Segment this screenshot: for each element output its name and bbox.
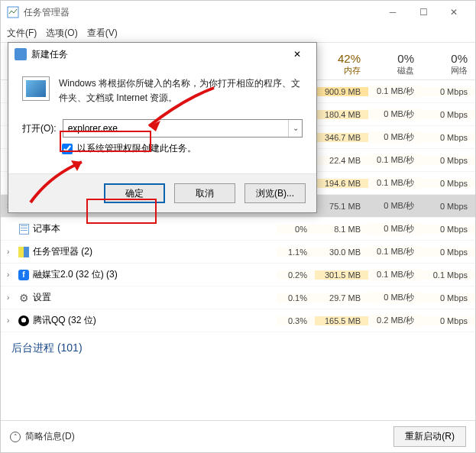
run-dialog-icon (15, 48, 27, 60)
expand-chevron-icon[interactable]: › (7, 316, 15, 325)
col-disk[interactable]: 0% 磁盘 (368, 43, 422, 79)
process-icon: ⚙ (18, 292, 30, 304)
run-prompt-icon (22, 76, 50, 101)
dialog-prompt: Windows 将根据你所键入的名称，为你打开相应的程序、文件夹、文档或 Int… (59, 76, 303, 105)
process-icon (18, 315, 30, 327)
expand-chevron-icon[interactable]: › (7, 270, 15, 279)
process-icon: f (18, 269, 30, 281)
expand-chevron-icon[interactable]: › (7, 293, 15, 302)
section-background: 后台进程 (101) (1, 332, 475, 358)
run-dialog: 新建任务 ✕ Windows 将根据你所键入的名称，为你打开相应的程序、文件夹、… (8, 42, 317, 213)
admin-checkbox[interactable] (62, 144, 73, 154)
process-name: 任务管理器 (2) (33, 245, 92, 258)
table-row[interactable]: ›f融媒宝2.0 (32 位) (3)0.2%301.5 MB0.1 MB/秒0… (1, 264, 475, 286)
window-title: 任务管理器 (24, 6, 377, 19)
open-label: 打开(O): (22, 122, 57, 135)
close-button[interactable]: ✕ (439, 2, 469, 23)
footer: ˄ 简略信息(D) 重新启动(R) (1, 420, 475, 452)
fewer-details-button[interactable]: ˄ 简略信息(D) (10, 430, 75, 443)
menu-view[interactable]: 查看(V) (87, 27, 118, 40)
table-row[interactable]: ›任务管理器 (2)1.1%30.0 MB0.1 MB/秒0 Mbps (1, 241, 475, 264)
menu-options[interactable]: 选项(O) (46, 27, 77, 40)
process-name: 记事本 (33, 222, 60, 235)
table-row[interactable]: ›⚙设置0.1%29.7 MB0 MB/秒0 Mbps (1, 286, 475, 309)
menubar: 文件(F) 选项(O) 查看(V) (1, 24, 475, 42)
chevron-down-icon[interactable]: ⌄ (288, 120, 302, 137)
maximize-button[interactable]: ☐ (408, 2, 439, 23)
titlebar: 任务管理器 ─ ☐ ✕ (1, 1, 475, 24)
task-manager-icon (7, 6, 19, 18)
browse-button[interactable]: 浏览(B)... (244, 183, 306, 203)
dialog-close-button[interactable]: ✕ (284, 44, 310, 64)
process-icon (18, 223, 30, 235)
ok-button[interactable]: 确定 (104, 183, 165, 203)
col-memory[interactable]: 42% 内存 (315, 43, 368, 79)
dialog-title: 新建任务 (31, 48, 284, 61)
col-network[interactable]: 0% 网络 (422, 43, 475, 79)
admin-label: 以系统管理权限创建此任务。 (77, 142, 196, 155)
process-name: 融媒宝2.0 (32 位) (3) (33, 268, 118, 281)
minimize-button[interactable]: ─ (377, 2, 408, 23)
process-name: 腾讯QQ (32 位) (33, 314, 96, 327)
cancel-button[interactable]: 取消 (174, 183, 235, 203)
table-row[interactable]: 记事本0%8.1 MB0 MB/秒0 Mbps (1, 218, 475, 241)
menu-file[interactable]: 文件(F) (7, 27, 37, 40)
restart-button[interactable]: 重新启动(R) (393, 426, 466, 447)
process-name: 设置 (33, 291, 51, 304)
table-row[interactable]: ›腾讯QQ (32 位)0.3%165.5 MB0.2 MB/秒0 Mbps (1, 309, 475, 332)
open-input[interactable] (63, 120, 288, 137)
process-icon (18, 246, 30, 258)
expand-chevron-icon[interactable]: › (7, 248, 15, 256)
chevron-up-icon: ˄ (10, 432, 21, 442)
open-combobox[interactable]: ⌄ (63, 119, 303, 138)
